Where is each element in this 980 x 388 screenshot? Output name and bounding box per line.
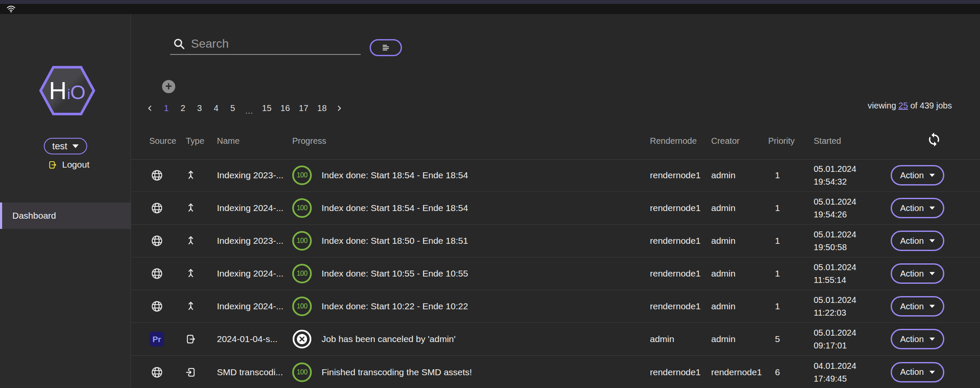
search-input[interactable] [190,35,358,53]
sidebar-item-dashboard[interactable]: Dashboard [0,203,131,229]
globe-icon [151,169,163,182]
chevron-down-icon [929,174,935,177]
action-button[interactable]: Action [891,231,944,251]
page-button[interactable]: 1 [162,103,170,113]
job-rendernode: rendernode1 [650,170,701,180]
globe-icon [151,267,163,280]
job-name: Indexing 2024-... [217,301,283,311]
job-started: 05.01.202411:55:14 [814,261,856,286]
page-button[interactable]: 2 [179,103,187,113]
page-button[interactable]: 4 [212,103,220,113]
globe-icon [151,366,163,379]
add-job-button[interactable]: + [162,80,175,93]
job-creator: admin [711,236,735,246]
merge-icon [185,235,197,247]
logout-button[interactable]: Logout [48,160,89,170]
app-logo-inner: HiO [42,68,92,113]
jobs-per-page-link[interactable]: 25 [898,101,908,110]
job-priority: 6 [775,367,780,377]
column-header-rendernode: Rendernode [650,136,697,146]
progress-badge: 100 [292,198,312,218]
prev-page-icon[interactable] [146,105,154,112]
job-status: Index done: Start 18:54 - Ende 18:54 [322,170,468,180]
job-status: Index done: Start 10:55 - Ende 10:55 [322,268,468,279]
logout-label: Logout [62,160,89,170]
app-logo: HiO [39,66,95,115]
job-name: SMD transcodi... [217,367,283,377]
job-creator: admin [711,301,735,311]
job-creator: rendernode1 [711,367,762,377]
wifi-icon [6,4,16,14]
globe-icon [151,300,163,313]
job-started: 04.01.202417:49:45 [814,359,856,385]
progress-badge: 100 [292,264,312,283]
page-button[interactable]: 15 [262,103,271,113]
export-icon [185,334,197,345]
merge-icon [185,268,197,280]
logo-letter-h: H [49,78,67,103]
job-creator: admin [711,268,735,279]
table-row: Indexing 2024-... 100 Index done: Start … [131,290,980,323]
page-button[interactable]: 3 [196,103,203,113]
job-priority: 1 [775,170,780,180]
action-button[interactable]: Action [891,329,944,349]
canceled-icon [292,329,312,349]
merge-icon [185,301,197,312]
job-started: 05.01.202411:22:03 [814,294,856,319]
premiere-icon: Pr [149,332,164,347]
page-button[interactable]: 16 [280,103,290,113]
job-rendernode: rendernode1 [650,301,701,311]
column-header-name: Name [217,136,239,146]
pagination-ellipsis: ... [245,107,253,116]
job-name: Indexing 2023-... [217,236,283,246]
sort-lines-icon [381,43,390,52]
action-button[interactable]: Action [891,263,944,284]
column-header-priority: Priority [768,136,795,146]
account-label: test [52,141,67,152]
action-button[interactable]: Action [891,296,944,317]
window-top-strip [0,0,980,4]
job-status: Index done: Start 10:22 - Ende 10:22 [322,301,468,311]
job-rendernode: rendernode1 [650,236,701,246]
chevron-down-icon [929,337,935,341]
action-button[interactable]: Action [891,362,944,382]
chevron-down-icon [72,144,79,148]
sidebar: HiO test Logout Dashboard [0,14,131,388]
globe-icon [151,202,163,214]
page-button[interactable]: 5 [229,103,236,113]
column-header-creator: Creator [711,136,740,146]
page-button[interactable]: 18 [317,103,327,113]
job-name: 2024-01-04-s... [217,334,277,344]
account-dropdown[interactable]: test [44,138,87,154]
table-row: Indexing 2023-... 100 Index done: Start … [131,225,980,257]
table-row: Indexing 2024-... 100 Index done: Start … [131,192,980,225]
job-name: Indexing 2023-... [217,170,283,180]
job-started: 05.01.202409:17:01 [814,326,856,352]
job-status: Index done: Start 18:54 - Ende 18:54 [322,203,468,213]
merge-icon [185,203,197,214]
table-row: Pr 2024-01-04-s... Job has been canceled… [131,323,980,356]
next-page-icon[interactable] [336,105,343,112]
job-priority: 1 [775,301,780,311]
page-button[interactable]: 17 [299,103,308,113]
chevron-down-icon [929,239,935,242]
column-header-source: Source [149,136,176,146]
chevron-down-icon [929,206,935,210]
action-button[interactable]: Action [891,165,944,185]
job-priority: 1 [775,236,780,246]
filter-button[interactable] [370,39,402,56]
import-icon [185,366,197,378]
logout-icon [48,160,57,170]
job-creator: admin [711,334,735,344]
job-started: 05.01.202419:50:58 [814,228,856,254]
chevron-down-icon [929,305,935,308]
refresh-icon[interactable] [926,132,942,147]
action-button[interactable]: Action [891,198,944,218]
logo-letter-i: i [67,87,71,101]
column-header-progress: Progress [292,136,326,146]
sidebar-item-label: Dashboard [12,211,56,221]
progress-badge: 100 [292,297,312,316]
job-name: Indexing 2024-... [217,203,283,213]
job-status: Job has been canceled by 'admin' [322,334,456,344]
table-row: SMD transcodi... 100 Finished transcodin… [131,356,980,388]
